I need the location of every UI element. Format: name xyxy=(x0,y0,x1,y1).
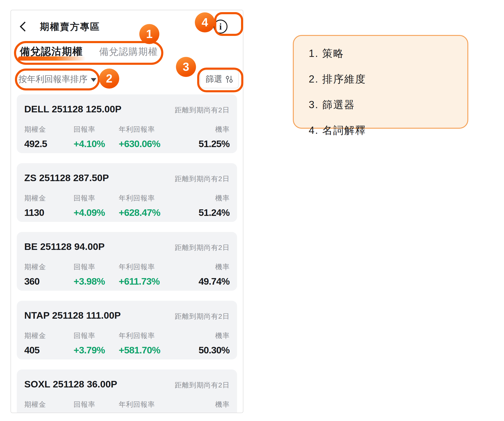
toolbar: 按年利回報率排序 篩選 xyxy=(11,70,243,88)
annualized-return-label: 年利回報率 xyxy=(119,331,189,341)
probability-value: 49.74% xyxy=(189,276,230,287)
filter-button-label: 篩選 xyxy=(206,73,222,85)
premium-label: 期權金 xyxy=(24,262,73,272)
return-value: +3.98% xyxy=(73,276,119,287)
option-card[interactable]: ZS 251128 287.50P 距離到期尚有2日 期權金 1130 回報率 … xyxy=(17,163,237,222)
annualized-return-label: 年利回報率 xyxy=(119,125,189,134)
probability-value: 51.24% xyxy=(189,207,230,218)
expiry-countdown: 距離到期尚有2日 xyxy=(175,243,230,252)
return-label: 回報率 xyxy=(73,331,119,341)
back-icon[interactable] xyxy=(20,22,30,31)
option-card-list: DELL 251128 125.00P 距離到期尚有2日 期權金 492.5 回… xyxy=(17,94,237,413)
premium-value: 1130 xyxy=(24,207,73,218)
probability-value: 50.30% xyxy=(189,345,230,356)
probability-label: 機率 xyxy=(189,262,230,272)
expiry-countdown: 距離到期尚有2日 xyxy=(175,174,230,184)
probability-value: 51.25% xyxy=(189,139,230,149)
option-name: SOXL 251128 36.00P xyxy=(24,379,117,390)
filter-button[interactable]: 篩選 xyxy=(200,70,239,88)
option-name: DELL 251128 125.00P xyxy=(24,104,121,115)
return-value: +3.79% xyxy=(73,345,119,356)
probability-label: 機率 xyxy=(189,193,230,203)
active-tab-underline xyxy=(18,56,86,61)
annualized-return-value: +581.70% xyxy=(119,345,189,356)
option-name: ZS 251128 287.50P xyxy=(24,173,109,183)
return-label: 回報率 xyxy=(73,400,119,409)
return-value: +4.10% xyxy=(73,139,119,149)
expiry-countdown: 距離到期尚有2日 xyxy=(175,312,230,321)
strategy-tabs: 備兌認沽期權 備兌認購期權 xyxy=(11,45,243,58)
chevron-down-icon xyxy=(91,78,96,82)
expiry-countdown: 距離到期尚有2日 xyxy=(175,105,230,115)
info-icon[interactable]: i xyxy=(214,20,228,34)
annualized-return-value: +630.06% xyxy=(119,139,189,149)
app-header: 期權賣方專區 i xyxy=(11,10,243,34)
option-card[interactable]: BE 251128 94.00P 距離到期尚有2日 期權金 360 回報率 +3… xyxy=(17,232,237,291)
legend-item-filter: 3. 篩選器 xyxy=(309,98,458,112)
expiry-countdown: 距離到期尚有2日 xyxy=(175,380,230,390)
app-window: 期權賣方專區 i 備兌認沽期權 備兌認購期權 按年利回報率排序 篩選 xyxy=(11,10,243,413)
annualized-return-label: 年利回報率 xyxy=(119,193,189,203)
option-card[interactable]: SOXL 251128 36.00P 距離到期尚有2日 期權金 127.5 回報… xyxy=(17,369,237,413)
premium-value: 492.5 xyxy=(24,139,73,149)
premium-value: 405 xyxy=(24,345,73,356)
option-name: BE 251128 94.00P xyxy=(24,241,105,252)
option-card[interactable]: NTAP 251128 111.00P 距離到期尚有2日 期權金 405 回報率… xyxy=(17,301,237,359)
option-name: NTAP 251128 111.00P xyxy=(24,310,121,321)
annualized-return-label: 年利回報率 xyxy=(119,400,189,409)
probability-label: 機率 xyxy=(189,125,230,134)
annotation-legend: 1. 策略 2. 排序維度 3. 篩選器 4. 名詞解釋 xyxy=(293,35,468,129)
probability-label: 機率 xyxy=(189,400,230,409)
annualized-return-value: +611.73% xyxy=(119,276,189,287)
option-card[interactable]: DELL 251128 125.00P 距離到期尚有2日 期權金 492.5 回… xyxy=(17,94,237,153)
premium-value: 360 xyxy=(24,276,73,287)
probability-label: 機率 xyxy=(189,331,230,341)
premium-label: 期權金 xyxy=(24,125,73,134)
legend-item-glossary: 4. 名詞解釋 xyxy=(309,123,458,137)
premium-label: 期權金 xyxy=(24,331,73,341)
sort-dropdown-label: 按年利回報率排序 xyxy=(18,73,88,85)
annualized-return-label: 年利回報率 xyxy=(119,262,189,272)
tab-covered-call[interactable]: 備兌認購期權 xyxy=(99,45,158,58)
return-label: 回報率 xyxy=(73,262,119,272)
filter-sliders-icon xyxy=(225,75,233,83)
return-label: 回報率 xyxy=(73,193,119,203)
return-label: 回報率 xyxy=(73,125,119,134)
premium-label: 期權金 xyxy=(24,193,73,203)
sort-dropdown[interactable]: 按年利回報率排序 xyxy=(18,73,96,85)
tab-covered-call-label: 備兌認購期權 xyxy=(99,46,158,57)
legend-item-sort-dimension: 2. 排序維度 xyxy=(309,72,458,86)
return-value: +4.09% xyxy=(73,207,119,218)
legend-item-strategy: 1. 策略 xyxy=(309,47,458,60)
tab-covered-put-label: 備兌認沽期權 xyxy=(20,46,83,57)
annualized-return-value: +628.47% xyxy=(119,207,189,218)
page-title: 期權賣方專區 xyxy=(40,20,100,33)
tab-covered-put[interactable]: 備兌認沽期權 xyxy=(20,45,83,58)
premium-label: 期權金 xyxy=(24,400,73,409)
